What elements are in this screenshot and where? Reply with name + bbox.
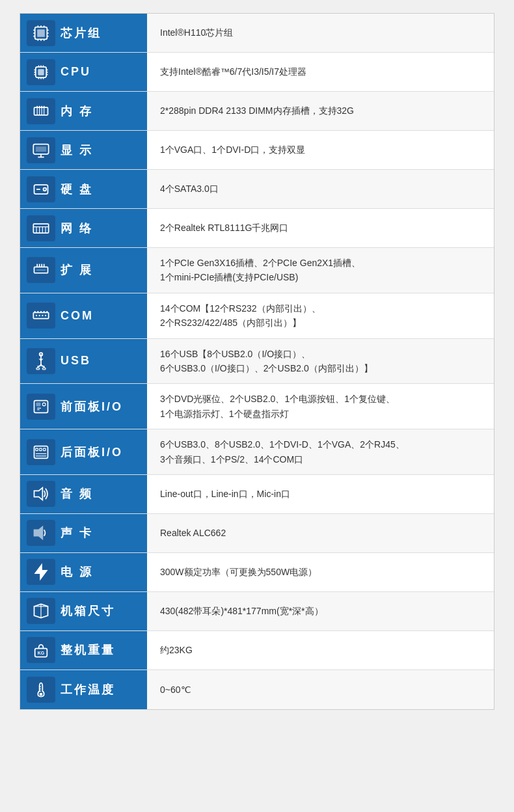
spec-row-power: 电 源300W额定功率（可更换为550W电源） (20, 553, 494, 592)
label-text-com: COM (61, 309, 94, 323)
label-cell-weight: KG整机重量 (20, 631, 147, 670)
power-icon (27, 559, 55, 585)
svg-marker-82 (34, 488, 43, 500)
value-cell-sound-card: Realtek ALC662 (147, 514, 494, 552)
svg-rect-68 (36, 368, 40, 369)
svg-rect-28 (34, 107, 48, 115)
value-cell-temp: 0~60℃ (147, 670, 494, 709)
spec-row-usb: USB16个USB【8个USB2.0（I/O接口）、6个USB3.0（I/O接口… (20, 339, 494, 385)
label-text-harddisk: 硬 盘 (61, 182, 93, 197)
label-text-sound-card: 声 卡 (61, 525, 93, 541)
spec-row-rear-panel: 后面板I/O6个USB3.0、8个USB2.0、1个DVI-D、1个VGA、2个… (20, 429, 494, 475)
label-cell-display: 显 示 (20, 131, 147, 169)
spec-row-front-panel: 前面板I/O3个DVD光驱位、2个USB2.0、1个电源按钮、1个复位键、1个电… (20, 384, 494, 429)
label-text-weight: 整机重量 (61, 642, 115, 658)
spec-row-case-size: 机箱尺寸430(482带耳朵)*481*177mm(宽*深*高） (20, 592, 494, 631)
network-icon (27, 215, 55, 241)
label-cell-rear-panel: 后面板I/O (20, 429, 147, 474)
label-text-case-size: 机箱尺寸 (61, 603, 115, 619)
memory-icon (27, 98, 55, 124)
value-cell-rear-panel: 6个USB3.0、8个USB2.0、1个DVI-D、1个VGA、2个RJ45、3… (147, 429, 494, 474)
svg-rect-15 (38, 69, 44, 75)
value-cell-network: 2个Realtek RTL8111G千兆网口 (147, 209, 494, 247)
spec-table: 芯片组Intel®H110芯片组CPU支持Intel®酷睿™6/7代I3/I5/… (20, 13, 494, 710)
spec-row-expansion: 扩 展1个PCIe Gen3X16插槽、2个PCIe Gen2X1插槽、1个mi… (20, 248, 494, 293)
label-text-cpu: CPU (61, 65, 91, 79)
label-cell-sound-card: 声 卡 (20, 514, 147, 552)
svg-rect-69 (42, 368, 46, 369)
value-cell-case-size: 430(482带耳朵)*481*177mm(宽*深*高） (147, 592, 494, 630)
label-cell-memory: 内 存 (20, 92, 147, 130)
label-cell-harddisk: 硬 盘 (20, 170, 147, 208)
value-cell-front-panel: 3个DVD光驱位、2个USB2.0、1个电源按钮、1个复位键、1个电源指示灯、1… (147, 384, 494, 429)
rear-panel-icon (27, 439, 55, 465)
spec-row-harddisk: 硬 盘4个SATA3.0口 (20, 170, 494, 209)
harddisk-icon (27, 176, 55, 202)
label-cell-power: 电 源 (20, 553, 147, 591)
spec-row-display: 显 示1个VGA口、1个DVI-D口，支持双显 (20, 131, 494, 170)
label-text-front-panel: 前面板I/O (61, 399, 123, 414)
cpu-icon (27, 59, 55, 85)
value-cell-expansion: 1个PCIe Gen3X16插槽、2个PCIe Gen2X1插槽、1个mini-… (147, 248, 494, 293)
usb-icon (27, 348, 55, 374)
svg-rect-77 (36, 448, 38, 451)
spec-row-com: COM14个COM【12个RS232（内部引出）、2个RS232/422/485… (20, 293, 494, 339)
label-cell-case-size: 机箱尺寸 (20, 592, 147, 630)
svg-rect-76 (34, 446, 48, 458)
svg-rect-71 (34, 400, 48, 413)
expansion-icon (27, 257, 55, 283)
spec-row-chipset: 芯片组Intel®H110芯片组 (20, 14, 494, 53)
label-text-display: 显 示 (61, 142, 93, 158)
label-text-expansion: 扩 展 (61, 262, 93, 278)
weight-icon: KG (27, 637, 55, 663)
svg-marker-83 (34, 527, 43, 539)
sound-card-icon (27, 520, 55, 546)
label-text-memory: 内 存 (61, 103, 93, 119)
value-cell-audio: Line-out口，Line-in口，Mic-in口 (147, 475, 494, 513)
label-text-power: 电 源 (61, 564, 93, 580)
value-cell-memory: 2*288pin DDR4 2133 DIMM内存插槽，支持32G (147, 92, 494, 130)
label-cell-cpu: CPU (20, 53, 147, 91)
spec-row-audio: 音 频Line-out口，Line-in口，Mic-in口 (20, 475, 494, 514)
svg-rect-72 (36, 403, 40, 406)
svg-point-44 (44, 189, 45, 189)
svg-rect-1 (37, 29, 45, 37)
spec-row-temp: 工作温度0~60℃ (20, 670, 494, 709)
value-cell-chipset: Intel®H110芯片组 (147, 14, 494, 52)
label-text-temp: 工作温度 (61, 682, 115, 697)
value-cell-harddisk: 4个SATA3.0口 (147, 170, 494, 208)
label-text-usb: USB (61, 354, 91, 368)
label-text-network: 网 络 (61, 221, 93, 236)
svg-rect-40 (36, 146, 46, 152)
svg-point-59 (39, 315, 40, 316)
spec-row-network: 网 络2个Realtek RTL8111G千兆网口 (20, 209, 494, 248)
svg-rect-78 (40, 448, 42, 451)
spec-row-weight: KG整机重量约23KG (20, 631, 494, 670)
svg-marker-70 (39, 359, 44, 361)
label-cell-temp: 工作温度 (20, 670, 147, 709)
svg-marker-84 (35, 565, 47, 580)
svg-point-89 (40, 693, 43, 696)
label-cell-com: COM (20, 293, 147, 338)
svg-rect-45 (33, 224, 48, 233)
svg-point-60 (42, 315, 43, 316)
temp-icon (27, 677, 55, 703)
label-text-chipset: 芯片组 (61, 25, 101, 41)
com-icon (27, 303, 55, 329)
label-text-rear-panel: 后面板I/O (61, 444, 123, 460)
spec-row-cpu: CPU支持Intel®酷睿™6/7代I3/I5/I7处理器 (20, 53, 494, 92)
label-cell-audio: 音 频 (20, 475, 147, 513)
value-cell-weight: 约23KG (147, 631, 494, 670)
value-cell-cpu: 支持Intel®酷睿™6/7代I3/I5/I7处理器 (147, 53, 494, 91)
audio-icon (27, 481, 55, 507)
value-cell-power: 300W额定功率（可更换为550W电源） (147, 553, 494, 591)
value-cell-display: 1个VGA口、1个DVI-D口，支持双显 (147, 131, 494, 169)
value-cell-usb: 16个USB【8个USB2.0（I/O接口）、6个USB3.0（I/O接口）、2… (147, 339, 494, 384)
svg-point-58 (36, 315, 37, 316)
spec-row-sound-card: 声 卡Realtek ALC662 (20, 514, 494, 553)
case-size-icon (27, 598, 55, 624)
svg-point-61 (45, 315, 46, 316)
label-cell-network: 网 络 (20, 209, 147, 247)
label-cell-usb: USB (20, 339, 147, 384)
svg-rect-79 (44, 448, 46, 451)
